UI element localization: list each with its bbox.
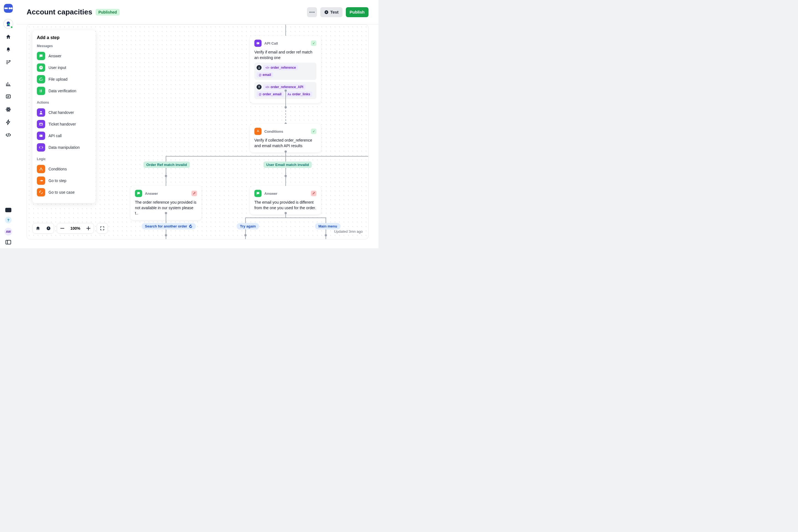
workspace-avatar[interactable] xyxy=(3,19,13,29)
zoom-toolbar: 100% xyxy=(33,223,108,233)
step-api-call[interactable]: API call xyxy=(37,130,91,141)
connector xyxy=(245,217,326,218)
connector-dot xyxy=(165,234,167,236)
svg-point-7 xyxy=(309,12,310,13)
updated-timestamp: Updated 3mn ago xyxy=(334,229,363,233)
node-type-label: API Call xyxy=(264,41,308,45)
connector-dashed xyxy=(285,107,286,124)
connector xyxy=(166,156,368,156)
output-icon xyxy=(256,84,262,90)
step-ticket-handover[interactable]: Ticket handover xyxy=(37,118,91,130)
svg-point-1 xyxy=(11,7,13,9)
answer-icon xyxy=(135,190,142,197)
connector xyxy=(285,25,286,36)
step-go-to-step[interactable]: Go to step xyxy=(37,175,91,187)
condition-label-right: User Email match invalid xyxy=(264,162,312,168)
svg-point-8 xyxy=(311,12,312,13)
connector-dashed xyxy=(166,176,166,186)
status-badge: Published xyxy=(96,9,120,16)
var-chip: @email xyxy=(256,72,273,78)
group-logic-label: Logic xyxy=(37,157,91,161)
action-search-another[interactable]: Search for another order xyxy=(141,223,196,229)
action-main-menu[interactable]: Main menu xyxy=(315,223,341,229)
publish-button[interactable]: Publish xyxy=(346,7,368,17)
nav-terminal-icon[interactable] xyxy=(5,208,11,212)
svg-text:?: ? xyxy=(40,66,42,69)
node-body: Verify if email and order ref match an e… xyxy=(254,50,317,60)
svg-point-9 xyxy=(314,12,315,13)
more-button[interactable] xyxy=(307,7,317,17)
svg-rect-19 xyxy=(60,228,64,229)
nav-notifications-icon[interactable] xyxy=(5,46,11,53)
input-vars-row: </>order_reference @email xyxy=(254,63,317,80)
connector-dashed xyxy=(285,176,286,186)
connector xyxy=(285,91,286,107)
add-step-panel: Add a step Messages Answer ?User input F… xyxy=(33,30,96,203)
user-avatar[interactable]: AW xyxy=(4,228,12,235)
zoom-value: 100% xyxy=(68,226,83,230)
left-sidebar: ? AW xyxy=(0,0,17,248)
step-answer[interactable]: Answer xyxy=(37,50,91,62)
toggle-panel-icon[interactable] xyxy=(5,240,11,244)
connector xyxy=(285,152,286,156)
nav-analytics-icon[interactable] xyxy=(5,81,11,87)
step-go-to-use-case[interactable]: Go to use case xyxy=(37,187,91,198)
group-actions-label: Actions xyxy=(37,100,91,104)
step-data-manipulation[interactable]: Data manipulation xyxy=(37,141,91,153)
node-body: The email you provided is different from… xyxy=(254,200,317,211)
node-type-label: Answer xyxy=(264,191,308,196)
api-call-icon xyxy=(254,40,262,47)
node-conditions[interactable]: Conditions ✓ Verify if collected order_r… xyxy=(250,124,321,152)
help-button[interactable]: ? xyxy=(5,217,12,223)
node-type-label: Conditions xyxy=(264,129,308,134)
svg-rect-14 xyxy=(40,123,43,125)
page-title: Account capacities xyxy=(26,8,92,16)
header: Account capacities Published Test Publis… xyxy=(17,0,379,24)
node-answer-right[interactable]: Answer The email you provided is differe… xyxy=(250,186,321,214)
home-view-button[interactable] xyxy=(33,223,43,233)
nav-triggers-icon[interactable] xyxy=(5,119,11,125)
svg-point-13 xyxy=(40,111,41,113)
add-step-title: Add a step xyxy=(37,35,91,40)
nav-automations-icon[interactable] xyxy=(5,59,11,65)
connector xyxy=(285,213,286,217)
status-wrench-icon xyxy=(311,191,317,196)
step-data-verification[interactable]: Data verification xyxy=(37,85,91,97)
nav-integrations-icon[interactable] xyxy=(5,107,11,113)
svg-point-3 xyxy=(8,109,9,110)
var-chip: </>order_reference_API xyxy=(263,84,306,90)
test-button[interactable]: Test xyxy=(320,7,342,17)
status-check-icon: ✓ xyxy=(311,40,317,46)
app-logo[interactable] xyxy=(4,4,13,13)
step-conditions[interactable]: Conditions xyxy=(37,163,91,175)
status-check-icon: ✓ xyxy=(311,129,317,134)
nav-conversations-icon[interactable] xyxy=(5,94,11,100)
test-button-label: Test xyxy=(330,10,339,14)
condition-label-left: Order Ref match invalid xyxy=(144,162,190,168)
node-type-label: Answer xyxy=(145,191,189,196)
answer-icon xyxy=(254,190,262,197)
nav-code-icon[interactable] xyxy=(5,132,11,138)
locate-button[interactable] xyxy=(43,223,54,233)
step-chat-handover[interactable]: Chat handover xyxy=(37,107,91,118)
conditions-icon xyxy=(254,128,262,135)
fullscreen-button[interactable] xyxy=(97,223,108,233)
publish-button-label: Publish xyxy=(350,10,365,14)
input-icon xyxy=(256,65,262,70)
var-chip: </>order_reference xyxy=(263,65,298,70)
status-dot xyxy=(10,26,13,28)
svg-point-0 xyxy=(8,7,11,9)
main-content: Account capacities Published Test Publis… xyxy=(17,0,379,248)
flow-canvas[interactable]: Add a step Messages Answer ?User input F… xyxy=(26,24,368,240)
connector-dot xyxy=(244,234,247,236)
svg-point-16 xyxy=(42,180,43,181)
zoom-out-button[interactable] xyxy=(57,223,68,233)
zoom-in-button[interactable] xyxy=(83,223,94,233)
step-file-upload[interactable]: File upload xyxy=(37,73,91,85)
var-chip: @order_email xyxy=(256,92,284,97)
status-wrench-icon xyxy=(191,191,197,196)
nav-home-icon[interactable] xyxy=(5,34,11,40)
group-messages-label: Messages xyxy=(37,44,91,48)
action-try-again[interactable]: Try again xyxy=(236,223,259,229)
step-user-input[interactable]: ?User input xyxy=(37,62,91,73)
